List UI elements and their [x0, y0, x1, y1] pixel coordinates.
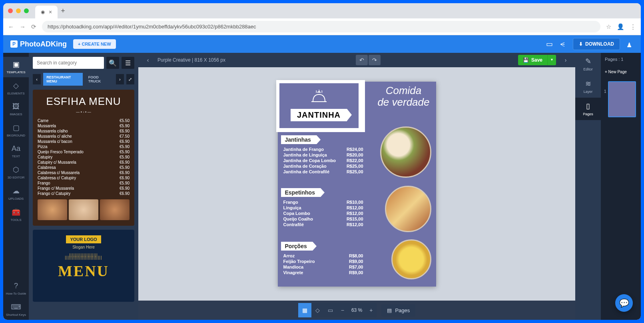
- left-rail: ▣TEMPLATES ◇ELEMENTS 🖼IMAGES ▢BKGROUND A…: [3, 53, 29, 320]
- undo-button[interactable]: ↶: [356, 55, 368, 65]
- search-button[interactable]: 🔍: [106, 57, 119, 69]
- brand-logo[interactable]: P PhotoADKing: [10, 40, 67, 48]
- back-button[interactable]: ←: [8, 23, 14, 30]
- zoom-in-button[interactable]: +: [365, 303, 377, 317]
- cube-icon: ⬡: [13, 165, 19, 174]
- chat-button[interactable]: 💬: [615, 294, 633, 312]
- redo-button[interactable]: ↷: [369, 55, 381, 65]
- search-input[interactable]: [33, 57, 104, 69]
- user-avatar-icon[interactable]: ♟: [626, 39, 634, 49]
- list-item: Calabresa€5.90: [38, 165, 130, 170]
- page-thumbnail[interactable]: [608, 81, 636, 117]
- food-image-1[interactable]: [380, 126, 431, 178]
- right-dock: ✎Editor ≋Layer ▯Pages: [575, 53, 601, 320]
- rail-uploads[interactable]: ☁UPLOADS: [3, 183, 29, 204]
- page-icon: ▯: [586, 102, 590, 110]
- grid-view-button[interactable]: ▦: [298, 303, 311, 317]
- list-item: Mussarela c/ aliche€7.50: [38, 134, 130, 139]
- list-item: Jantinha de ContrafiléR$25,00: [283, 169, 363, 175]
- images-icon: 🖼: [12, 102, 20, 111]
- maximize-window-icon[interactable]: [24, 8, 29, 13]
- present-button[interactable]: ▭: [324, 303, 337, 317]
- expand-panel-button[interactable]: ›: [561, 55, 570, 65]
- slogan-text: Slogan Here: [38, 245, 130, 249]
- rail-tools[interactable]: 🧰TOOLS: [3, 205, 29, 225]
- templates-panel: 🔍 ☰ ‹ RESTAURANT MENU FOOD TRUCK › ⤢ ESF…: [29, 53, 138, 320]
- pages-button[interactable]: ▤Pages: [381, 304, 415, 317]
- menu-icon[interactable]: ⋮: [630, 23, 636, 30]
- save-dropdown[interactable]: ▾: [547, 55, 556, 65]
- rail-howto[interactable]: ?How-To Guide: [3, 279, 29, 299]
- dock-layer[interactable]: ≋Layer: [575, 75, 601, 98]
- share-icon[interactable]: ⪪: [559, 40, 566, 48]
- section-espetinhos[interactable]: Espetinhos FrangoR$10,00LinguiçaR$12,00C…: [278, 188, 366, 227]
- list-item: Feijão TropeiroR$9,00: [283, 259, 363, 264]
- food-image-3[interactable]: [391, 239, 431, 279]
- rail-3d-editor[interactable]: ⬡3D EDITOR: [3, 162, 29, 183]
- new-page-button[interactable]: + New Page: [605, 70, 627, 74]
- food-thumb-icon: [100, 199, 130, 220]
- rail-elements[interactable]: ◇ELEMENTS: [3, 78, 29, 98]
- comment-icon[interactable]: ▭: [546, 40, 553, 48]
- expand-button[interactable]: ⤢: [126, 74, 134, 84]
- rail-text[interactable]: AaTEXT: [3, 141, 29, 161]
- forward-button[interactable]: →: [20, 23, 26, 30]
- app-toolbar: P PhotoADKing + CREATE NEW ▭ ⪪ ⬇DOWNLOAD…: [3, 35, 641, 53]
- cat-restaurant-menu[interactable]: RESTAURANT MENU: [43, 73, 83, 86]
- cat-prev-button[interactable]: ‹: [33, 74, 41, 84]
- canvas-body[interactable]: JANTINHA Comidade verdade Jantinhas Jant…: [138, 67, 575, 301]
- list-item: FrangoR$10,00: [283, 199, 363, 205]
- section-title[interactable]: Jantinhas: [281, 135, 317, 144]
- artboard[interactable]: JANTINHA Comidade verdade Jantinhas Jant…: [278, 82, 436, 287]
- list-item: ContrafiléR$12,00: [283, 222, 363, 227]
- selected-element[interactable]: JANTINHA: [276, 80, 365, 132]
- cat-next-button[interactable]: ›: [116, 74, 124, 84]
- template-menu-blue[interactable]: YOUR LOGO Slogan Here ||||||||||||||||||…: [33, 230, 134, 302]
- close-tab-icon[interactable]: ×: [49, 9, 52, 15]
- list-item: Catupiry c/ Mussarela€6.90: [38, 160, 130, 165]
- list-item: Jantinha de FrangoR$24,00: [283, 146, 363, 152]
- reload-button[interactable]: ⟳: [31, 23, 36, 30]
- zoom-out-button[interactable]: −: [337, 303, 348, 317]
- rail-shortcuts[interactable]: ⌨Shortcut Keys: [3, 299, 29, 320]
- create-new-button[interactable]: + CREATE NEW: [73, 39, 116, 49]
- text-icon: Aa: [12, 144, 20, 153]
- rail-templates[interactable]: ▣TEMPLATES: [3, 57, 29, 77]
- section-porcoes[interactable]: Porções ArrozR$8,00Feijão TropeiroR$9,00…: [278, 242, 366, 275]
- list-item: LinguiçaR$12,00: [283, 205, 363, 211]
- eraser-button[interactable]: ◇: [311, 303, 324, 317]
- minimize-window-icon[interactable]: [16, 8, 21, 13]
- dock-pages[interactable]: ▯Pages: [575, 98, 601, 120]
- collapse-panel-button[interactable]: ‹: [143, 55, 153, 65]
- list-view-button[interactable]: ☰: [122, 57, 134, 69]
- section-title[interactable]: Espetinhos: [281, 188, 321, 197]
- section-jantinhas[interactable]: Jantinhas Jantinha de FrangoR$24,00Janti…: [278, 135, 366, 175]
- food-image-2[interactable]: [385, 186, 431, 232]
- close-window-icon[interactable]: [8, 8, 13, 13]
- star-icon[interactable]: ☆: [606, 23, 611, 30]
- list-item: Queijo CoalhoR$15,00: [283, 216, 363, 222]
- keyboard-icon: ⌨: [11, 303, 21, 311]
- download-button[interactable]: ⬇DOWNLOAD: [573, 38, 620, 50]
- rail-background[interactable]: ▢BKGROUND: [3, 120, 29, 140]
- fan-ornament-icon: ||||||||||||||||||||||||||||||||||||||||…: [38, 254, 130, 259]
- profile-icon[interactable]: 👤: [617, 23, 624, 30]
- list-item: Jantinha de CoraçãoR$25,00: [283, 163, 363, 169]
- list-item: VinagreteR$9,00: [283, 270, 363, 275]
- list-item: Jantinha de LinguiçaR$20,00: [283, 152, 363, 158]
- template-esfiha[interactable]: ESFIHA MENU — • ◦ • — Carne€5.50Mussarel…: [33, 90, 134, 226]
- section-title[interactable]: Porções: [281, 242, 313, 251]
- url-input[interactable]: https://photoadking.com/app/#/editor/1ym…: [42, 21, 600, 32]
- save-button[interactable]: 💾Save: [518, 55, 547, 65]
- headline-text[interactable]: Comidade verdade: [377, 85, 429, 108]
- window-controls: [8, 8, 29, 13]
- save-icon: 💾: [523, 57, 529, 63]
- rail-images[interactable]: 🖼IMAGES: [3, 99, 29, 119]
- badge-text[interactable]: JANTINHA: [291, 109, 347, 121]
- menu-heading: MENU: [38, 262, 130, 280]
- list-item: Frango c/ Catupiry€6.90: [38, 191, 130, 196]
- new-tab-button[interactable]: +: [61, 7, 65, 15]
- browser-tab[interactable]: ◉ ×: [35, 6, 58, 18]
- cat-food-truck[interactable]: FOOD TRUCK: [85, 73, 114, 86]
- dock-editor[interactable]: ✎Editor: [575, 53, 601, 75]
